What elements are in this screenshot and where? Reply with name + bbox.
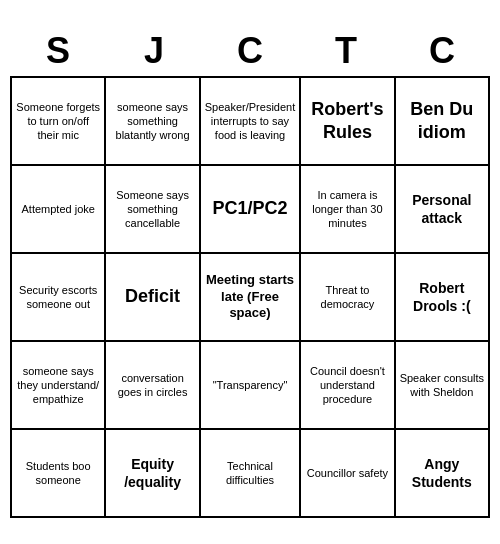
bingo-cell-13: Threat to democracy [301, 254, 395, 342]
bingo-cell-20: Students boo someone [12, 430, 106, 518]
bingo-cell-22: Technical difficulties [201, 430, 302, 518]
bingo-cell-7: PC1/PC2 [201, 166, 302, 254]
bingo-cell-16: conversation goes in circles [106, 342, 200, 430]
bingo-grid: Someone forgets to turn on/off their mic… [10, 76, 490, 518]
bingo-cell-17: "Transparency" [201, 342, 302, 430]
bingo-cell-9: Personal attack [396, 166, 490, 254]
bingo-cell-24: Angy Students [396, 430, 490, 518]
bingo-cell-21: Equity /equality [106, 430, 200, 518]
header-letter-c-2: C [202, 26, 298, 76]
header-row: SJCTC [10, 26, 490, 76]
bingo-cell-12: Meeting starts late (Free space) [201, 254, 302, 342]
bingo-cell-18: Council doesn't understand procedure [301, 342, 395, 430]
bingo-cell-0: Someone forgets to turn on/off their mic [12, 78, 106, 166]
bingo-cell-6: Someone says something cancellable [106, 166, 200, 254]
header-letter-j-1: J [106, 26, 202, 76]
bingo-cell-15: someone says they understand/ empathize [12, 342, 106, 430]
bingo-cell-23: Councillor safety [301, 430, 395, 518]
bingo-cell-19: Speaker consults with Sheldon [396, 342, 490, 430]
bingo-cell-8: In camera is longer than 30 minutes [301, 166, 395, 254]
bingo-cell-1: someone says something blatantly wrong [106, 78, 200, 166]
bingo-cell-2: Speaker/President interrupts to say food… [201, 78, 302, 166]
bingo-card: SJCTC Someone forgets to turn on/off the… [10, 26, 490, 518]
bingo-cell-3: Robert's Rules [301, 78, 395, 166]
bingo-cell-14: Robert Drools :( [396, 254, 490, 342]
bingo-cell-4: Ben Du idiom [396, 78, 490, 166]
bingo-cell-11: Deficit [106, 254, 200, 342]
header-letter-t-3: T [298, 26, 394, 76]
header-letter-s-0: S [10, 26, 106, 76]
bingo-cell-5: Attempted joke [12, 166, 106, 254]
header-letter-c-4: C [394, 26, 490, 76]
bingo-cell-10: Security escorts someone out [12, 254, 106, 342]
